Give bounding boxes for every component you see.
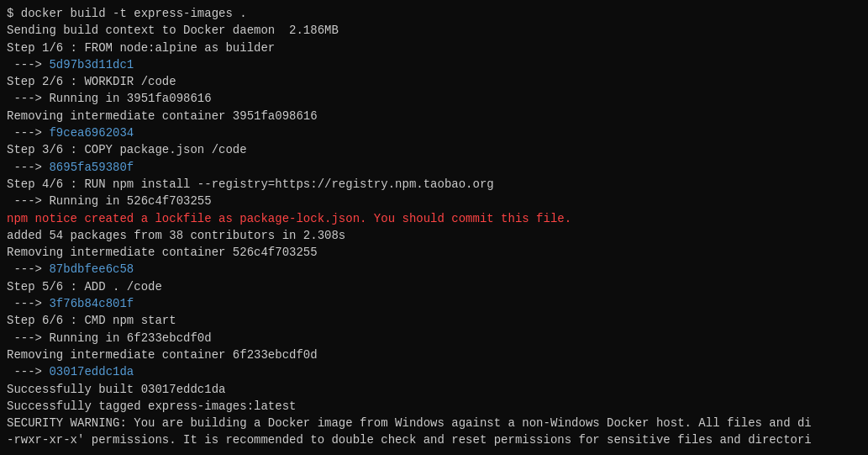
terminal-line: ---> 3f76b84c801f (7, 295, 861, 312)
terminal-line: $ docker build -t express-images . (7, 5, 861, 22)
terminal-line: -rwxr-xr-x' permissions. It is recommend… (7, 431, 861, 448)
terminal-line: ---> Running in 526c4f703255 (7, 193, 861, 209)
terminal-line: Removing intermediate container 526c4f70… (7, 244, 861, 261)
terminal-line: Step 5/6 : ADD . /code (7, 278, 861, 295)
terminal-line: ---> 03017eddc1da (7, 363, 861, 380)
terminal-line: ---> 5d97b3d11dc1 (7, 56, 861, 73)
terminal-line: Step 4/6 : RUN npm install --registry=ht… (7, 176, 861, 193)
terminal-line: Removing intermediate container 6f233ebc… (7, 347, 861, 363)
terminal-line: npm notice created a lockfile as package… (7, 210, 861, 227)
terminal-line: ---> 8695fa59380f (7, 159, 861, 176)
terminal-line: Removing intermediate container 3951fa09… (7, 108, 861, 124)
terminal-line: Step 3/6 : COPY package.json /code (7, 141, 861, 158)
terminal-line: ---> 87bdbfee6c58 (7, 261, 861, 278)
terminal-line: ---> f9cea6962034 (7, 124, 861, 141)
terminal-line: added 54 packages from 38 contributors i… (7, 227, 861, 244)
terminal-line: Step 2/6 : WORKDIR /code (7, 73, 861, 90)
terminal-line: Successfully tagged express-images:lates… (7, 398, 861, 415)
terminal-line: Step 6/6 : CMD npm start (7, 312, 861, 329)
terminal-line: Sending build context to Docker daemon 2… (7, 22, 861, 39)
terminal-line: ---> Running in 3951fa098616 (7, 90, 861, 107)
terminal-window: $ docker build -t express-images . Sendi… (0, 0, 868, 455)
terminal-line: SECURITY WARNING: You are building a Doc… (7, 415, 861, 431)
terminal-line: Step 1/6 : FROM node:alpine as builder (7, 40, 861, 56)
terminal-line: ---> Running in 6f233ebcdf0d (7, 330, 861, 347)
terminal-line: Successfully built 03017eddc1da (7, 381, 861, 398)
